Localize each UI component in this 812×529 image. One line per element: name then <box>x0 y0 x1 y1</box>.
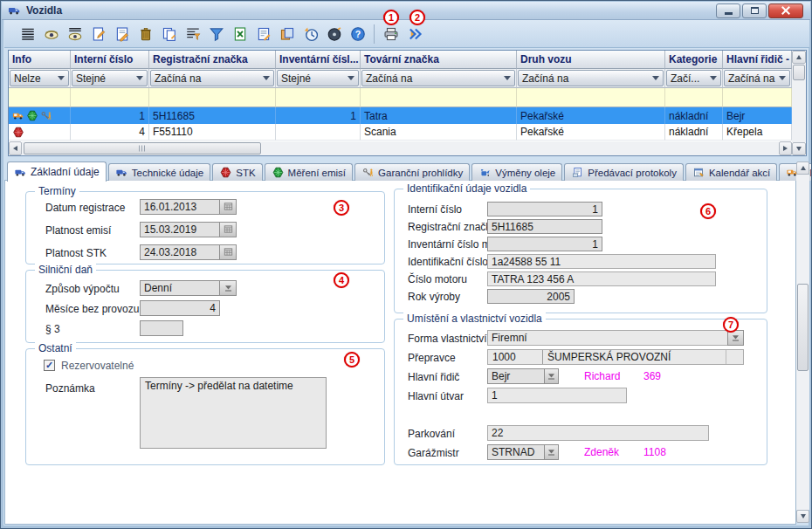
tab-8[interactable]: Kalendář akcí <box>685 163 777 181</box>
filter-condition-dropdown[interactable]: Začíná na <box>724 70 790 86</box>
rok-vyroby-field[interactable]: 2005 <box>487 289 575 304</box>
copy-record-button[interactable] <box>158 23 180 45</box>
minimize-button[interactable] <box>716 3 740 18</box>
content-scroll-down-button[interactable] <box>796 510 809 523</box>
filter-condition-dropdown[interactable]: Začíná na <box>518 70 664 86</box>
media-button[interactable] <box>323 23 345 45</box>
filter-condition-dropdown[interactable]: Začí... <box>666 70 721 86</box>
platnost-emisi-field[interactable]: 15.03.2019 <box>140 222 220 237</box>
help-button[interactable]: ? <box>347 23 368 45</box>
grid-scroll-up-button[interactable] <box>792 51 806 64</box>
zpusob-vypoctu-dropdown-button[interactable] <box>219 280 237 296</box>
hlavni-ridic-dropdown-button[interactable] <box>544 368 559 384</box>
grid-scroll-left-button[interactable] <box>9 141 22 155</box>
cell: 5H11685 <box>149 107 276 124</box>
notes-button[interactable] <box>252 23 274 45</box>
group-umisteni-legend: Umístění a vlastnictví vozidla <box>403 313 546 325</box>
annotation-7: 7 <box>723 317 739 333</box>
tab-4[interactable]: Měření emisí <box>265 163 353 181</box>
column-header-6[interactable]: Druh vozu <box>517 51 665 69</box>
cislo-motoru-field[interactable]: TATRA 123 456 A <box>487 271 716 286</box>
edit-record-button[interactable] <box>111 23 133 45</box>
inventarni-cislo-field[interactable]: 1 <box>487 237 602 251</box>
list-button[interactable] <box>17 23 38 45</box>
content-vscroll-thumb[interactable] <box>797 284 809 371</box>
content-scroll-up-button[interactable] <box>796 161 809 175</box>
garazmistr-field[interactable]: STRNAD <box>487 444 545 460</box>
identifikacni-cislo-field[interactable]: 1a24588 55 11 <box>487 254 716 269</box>
filter-input-cell[interactable] <box>71 88 149 107</box>
filter-custom-button[interactable] <box>182 23 203 45</box>
tab-5[interactable]: Garanční prohlídky <box>354 163 470 181</box>
filter-input-cell[interactable] <box>723 88 792 107</box>
platnost-emisi-calendar-button[interactable] <box>219 222 237 237</box>
platnost-stk-calendar-button[interactable] <box>219 244 237 260</box>
rezervovatelne-checkbox[interactable] <box>44 360 55 371</box>
tab-1[interactable]: Základní údaje <box>7 161 107 182</box>
table-row[interactable]: 4F551110ScaniaPekařskénákladníKřepela <box>9 124 792 141</box>
excel-export-button[interactable] <box>229 23 251 45</box>
filter-condition-dropdown[interactable]: Nelze <box>10 70 69 86</box>
column-header-4[interactable]: Inventární čísl... <box>276 51 361 69</box>
more-actions-button[interactable] <box>403 23 425 45</box>
filter-input-cell[interactable] <box>665 88 723 107</box>
column-header-1[interactable]: Info <box>9 51 71 69</box>
column-header-2[interactable]: Interní číslo <box>71 51 149 69</box>
filter-condition-dropdown[interactable]: Stejné <box>277 70 359 86</box>
print-button[interactable] <box>380 23 402 45</box>
garazmistr-dropdown-button[interactable] <box>544 444 559 460</box>
datum-registrace-field[interactable]: 16.01.2013 <box>140 199 220 215</box>
interni-cislo-field[interactable]: 1 <box>487 202 602 216</box>
datum-registrace-calendar-button[interactable] <box>219 199 237 215</box>
hlavni-ridic-number: 369 <box>643 368 661 384</box>
tab-3[interactable]: STK <box>212 163 262 181</box>
column-header-7[interactable]: Kategorie <box>665 51 723 69</box>
grid-horizontal-scrollbar[interactable] <box>9 141 792 155</box>
tab-2[interactable]: Technické údaje <box>108 163 210 181</box>
history-button[interactable] <box>299 23 321 45</box>
par3-field[interactable] <box>140 320 183 336</box>
forma-vlastnictvi-field[interactable]: Firemní <box>487 330 728 346</box>
new-record-button[interactable] <box>87 23 109 45</box>
maximize-button[interactable] <box>742 3 767 18</box>
mesice-bez-provozu-field[interactable]: 4 <box>140 300 220 316</box>
filter-condition-dropdown[interactable]: Začíná na <box>361 70 515 86</box>
filter-condition-dropdown[interactable]: Stejné <box>72 70 148 86</box>
filter-input-cell[interactable] <box>517 88 665 107</box>
hlavni-utvar-field[interactable]: 1 <box>487 388 627 403</box>
grid-vscroll-thumb[interactable] <box>793 65 805 80</box>
zpusob-vypoctu-field[interactable]: Denní <box>140 280 220 296</box>
filter-input-cell[interactable] <box>361 88 517 107</box>
eye-button[interactable] <box>40 23 62 45</box>
content-vertical-scrollbar[interactable] <box>796 161 809 523</box>
filter-button[interactable] <box>205 23 227 45</box>
prepravce-combo[interactable]: 1000 ŠUMPERSKÁ PROVOZNÍ <box>487 349 744 365</box>
platnost-stk-field[interactable]: 24.03.2018 <box>140 244 220 260</box>
tab-6[interactable]: Výměny oleje <box>471 163 562 181</box>
grid-scroll-down-button[interactable] <box>792 142 806 155</box>
grid-vertical-scrollbar[interactable] <box>792 51 806 155</box>
filter-condition-dropdown[interactable]: Začíná na <box>150 70 274 86</box>
column-header-8[interactable]: Hlavní řidič - <box>723 51 792 69</box>
prepravce-dropdown-button[interactable] <box>726 350 743 364</box>
column-header-5[interactable]: Tovární značka <box>361 51 517 69</box>
prepravce-name[interactable]: ŠUMPERSKÁ PROVOZNÍ <box>542 350 726 364</box>
tab-7[interactable]: Předávací protokoly <box>564 163 684 181</box>
table-row[interactable]: 15H116851TatraPekařskénákladníBejr <box>9 107 792 124</box>
prepravce-code[interactable]: 1000 <box>488 350 542 364</box>
grid-scroll-right-button[interactable] <box>779 141 792 155</box>
eye-columns-button[interactable] <box>64 23 86 45</box>
parkovani-field[interactable]: 22 <box>487 425 709 441</box>
registracni-znacka-field[interactable]: 5H11685 <box>487 219 602 234</box>
filter-input-cell[interactable] <box>149 88 276 107</box>
print-preview-button[interactable] <box>276 23 298 45</box>
tab-label: Měření emisí <box>288 168 346 178</box>
column-header-3[interactable]: Registrační značka <box>149 51 276 69</box>
delete-record-button[interactable] <box>134 23 156 45</box>
filter-input-cell[interactable] <box>276 88 361 107</box>
close-button[interactable] <box>768 3 803 18</box>
grid-hscroll-thumb[interactable] <box>24 142 261 155</box>
filter-input-cell[interactable] <box>9 88 71 107</box>
hlavni-ridic-field[interactable]: Bejr <box>487 368 545 384</box>
poznamka-textarea[interactable]: Termíny -> předělat na datetime <box>140 377 327 449</box>
